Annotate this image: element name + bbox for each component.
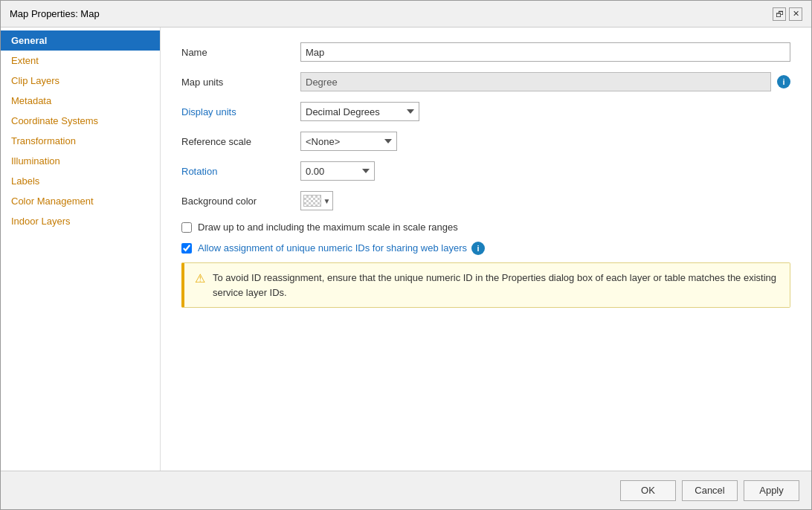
reference-scale-select[interactable]: <None>	[300, 132, 397, 151]
display-units-select[interactable]: Decimal Degrees Meters Feet Miles Kilome…	[300, 102, 419, 121]
reference-scale-select-wrapper: <None>	[300, 132, 397, 151]
close-button[interactable]: ✕	[789, 7, 802, 21]
sidebar-item-color-management[interactable]: Color Management	[1, 191, 160, 211]
sidebar-item-indoor-layers[interactable]: Indoor Layers	[1, 211, 160, 231]
checkbox1-label: Draw up to and including the maximum sca…	[198, 221, 458, 234]
sidebar-item-clip-layers[interactable]: Clip Layers	[1, 71, 160, 91]
display-units-select-wrapper: Decimal Degrees Meters Feet Miles Kilome…	[300, 102, 419, 121]
map-units-label: Map units	[181, 77, 300, 88]
display-units-row: Display units Decimal Degrees Meters Fee…	[181, 102, 790, 121]
rotation-select[interactable]: 0.00 90.00 180.00 270.00	[300, 161, 375, 181]
warning-icon: ⚠	[195, 271, 205, 285]
sidebar-item-transformation[interactable]: Transformation	[1, 131, 160, 151]
checkbox1-row: Draw up to and including the maximum sca…	[181, 221, 790, 234]
reference-scale-label: Reference scale	[181, 136, 300, 147]
restore-button[interactable]: 🗗	[773, 7, 786, 21]
info-box-text: To avoid ID reassignment, ensure that th…	[213, 271, 779, 300]
map-properties-dialog: Map Properties: Map 🗗 ✕ General Extent C…	[0, 0, 812, 510]
content-area: Name Map units i Display units Decimal D…	[161, 28, 811, 471]
display-units-label: Display units	[181, 106, 300, 117]
background-color-arrow: ▼	[323, 197, 331, 205]
unique-ids-checkbox[interactable]	[181, 243, 192, 254]
ok-button[interactable]: OK	[620, 480, 676, 501]
title-bar: Map Properties: Map 🗗 ✕	[1, 1, 811, 28]
name-row: Name	[181, 42, 790, 62]
sidebar-item-labels[interactable]: Labels	[1, 171, 160, 191]
info-box: ⚠ To avoid ID reassignment, ensure that …	[181, 262, 790, 308]
name-input[interactable]	[300, 42, 790, 62]
map-units-input	[300, 72, 771, 91]
sidebar-item-extent[interactable]: Extent	[1, 51, 160, 71]
footer: OK Cancel Apply	[1, 471, 811, 509]
sidebar-item-metadata[interactable]: Metadata	[1, 91, 160, 111]
cancel-button[interactable]: Cancel	[682, 480, 738, 501]
rotation-row: Rotation 0.00 90.00 180.00 270.00	[181, 161, 790, 181]
background-color-swatch	[303, 195, 321, 207]
rotation-label: Rotation	[181, 166, 300, 177]
sidebar-item-illumination[interactable]: Illumination	[1, 151, 160, 171]
max-scale-checkbox[interactable]	[181, 222, 192, 233]
map-units-row: Map units i	[181, 72, 790, 91]
checkbox2-row: Allow assignment of unique numeric IDs f…	[181, 242, 790, 255]
sidebar: General Extent Clip Layers Metadata Coor…	[1, 28, 161, 471]
background-color-button[interactable]: ▼	[300, 191, 333, 210]
background-color-row: Background color ▼	[181, 191, 790, 210]
apply-button[interactable]: Apply	[744, 480, 799, 501]
background-color-label: Background color	[181, 196, 300, 207]
map-units-info-icon[interactable]: i	[777, 75, 790, 88]
name-label: Name	[181, 47, 300, 58]
rotation-select-wrapper: 0.00 90.00 180.00 270.00	[300, 161, 375, 181]
sidebar-item-general[interactable]: General	[1, 30, 160, 51]
unique-ids-info-icon[interactable]: i	[471, 242, 485, 255]
reference-scale-row: Reference scale <None>	[181, 132, 790, 151]
title-bar-buttons: 🗗 ✕	[773, 7, 802, 21]
dialog-title: Map Properties: Map	[10, 8, 100, 19]
checkbox2-label: Allow assignment of unique numeric IDs f…	[198, 242, 467, 255]
sidebar-item-coordinate-systems[interactable]: Coordinate Systems	[1, 111, 160, 131]
dialog-body: General Extent Clip Layers Metadata Coor…	[1, 28, 811, 471]
